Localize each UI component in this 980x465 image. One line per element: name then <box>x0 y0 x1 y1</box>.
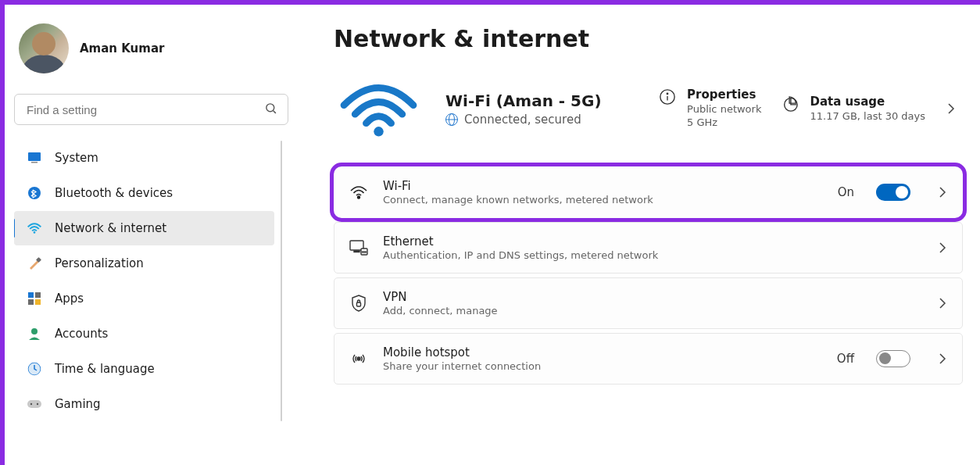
svg-point-27 <box>357 357 360 360</box>
sidebar-item-label: Network & internet <box>55 221 166 235</box>
sidebar-item-label: Time & language <box>55 362 155 376</box>
sidebar-nav: System Bluetooth & devices Network & int… <box>14 141 288 421</box>
page-title: Network & internet <box>334 25 963 52</box>
ethernet-icon <box>349 238 369 258</box>
row-sub: Add, connect, manage <box>383 305 498 317</box>
svg-rect-10 <box>35 299 41 305</box>
svg-rect-8 <box>35 292 41 298</box>
time-icon <box>27 361 42 377</box>
sidebar-item-network[interactable]: Network & internet <box>14 211 274 245</box>
settings-list: Wi-Fi Connect, manage known networks, me… <box>334 166 963 385</box>
search-box[interactable] <box>14 94 288 125</box>
row-title: Ethernet <box>383 234 658 249</box>
wifi-signal-icon <box>334 77 424 140</box>
hotspot-icon <box>349 349 369 369</box>
sidebar-item-system[interactable]: System <box>14 141 274 175</box>
row-hotspot[interactable]: Mobile hotspot Share your internet conne… <box>334 333 963 385</box>
hotspot-toggle[interactable] <box>876 350 910 367</box>
bluetooth-icon <box>27 185 42 201</box>
svg-rect-7 <box>28 292 34 298</box>
profile-name: Aman Kumar <box>80 41 164 55</box>
properties-block[interactable]: Properties Public network 5 GHz <box>659 88 761 130</box>
chevron-right-icon[interactable] <box>937 187 948 198</box>
sidebar-item-accounts[interactable]: Accounts <box>14 317 274 351</box>
chevron-right-icon[interactable] <box>937 298 948 309</box>
row-title: VPN <box>383 290 498 304</box>
gaming-icon <box>27 396 42 412</box>
row-wifi[interactable]: Wi-Fi Connect, manage known networks, me… <box>334 166 963 218</box>
svg-rect-24 <box>354 251 359 252</box>
connection-name: Wi-Fi (Aman - 5G) <box>445 91 602 110</box>
wifi-row-icon <box>349 182 369 202</box>
accounts-icon <box>27 326 42 342</box>
svg-rect-9 <box>28 299 34 305</box>
sidebar-item-label: Apps <box>55 292 84 306</box>
svg-point-5 <box>34 231 36 234</box>
sidebar-item-label: Personalization <box>55 256 144 270</box>
vpn-icon <box>349 293 369 313</box>
svg-rect-14 <box>27 400 41 408</box>
properties-sub: Public network 5 GHz <box>687 103 761 130</box>
chevron-right-icon[interactable] <box>937 242 948 253</box>
svg-point-15 <box>30 403 32 405</box>
svg-rect-26 <box>357 302 361 306</box>
data-usage-title: Data usage <box>810 95 925 109</box>
apps-icon <box>27 291 42 306</box>
svg-rect-2 <box>28 152 41 161</box>
row-vpn[interactable]: VPN Add, connect, manage <box>334 277 963 329</box>
search-icon <box>264 102 277 117</box>
data-usage-block[interactable]: Data usage 11.17 GB, last 30 days <box>781 95 925 123</box>
chevron-right-icon[interactable] <box>946 103 957 114</box>
sidebar-item-apps[interactable]: Apps <box>14 281 274 316</box>
sidebar-item-label: System <box>55 151 98 165</box>
chevron-right-icon[interactable] <box>937 353 948 364</box>
svg-point-0 <box>266 104 274 112</box>
row-sub: Authentication, IP and DNS settings, met… <box>383 249 658 261</box>
sidebar: Aman Kumar System Bluetooth & devices Ne… <box>5 5 298 465</box>
search-input[interactable] <box>25 102 264 117</box>
connection-status-card: Wi-Fi (Aman - 5G) Connected, secured Pro… <box>334 68 963 159</box>
row-title: Mobile hotspot <box>383 345 541 359</box>
data-usage-sub: 11.17 GB, last 30 days <box>810 110 925 123</box>
wifi-toggle[interactable] <box>876 184 910 201</box>
toggle-state-label: On <box>838 185 854 199</box>
sidebar-item-label: Gaming <box>55 397 101 411</box>
avatar <box>19 23 69 73</box>
row-title: Wi-Fi <box>383 179 653 193</box>
svg-point-22 <box>358 196 360 199</box>
globe-icon <box>445 113 458 126</box>
brush-icon <box>27 256 42 271</box>
svg-point-16 <box>37 403 38 405</box>
data-usage-icon <box>781 95 799 113</box>
system-icon <box>27 150 42 166</box>
sidebar-item-gaming[interactable]: Gaming <box>14 387 274 421</box>
sidebar-item-label: Bluetooth & devices <box>55 186 173 200</box>
sidebar-item-label: Accounts <box>55 327 108 341</box>
sidebar-item-time[interactable]: Time & language <box>14 352 274 386</box>
row-sub: Connect, manage known networks, metered … <box>383 194 653 206</box>
main-content: Network & internet Wi-Fi (Aman - 5G) Con… <box>298 5 980 465</box>
row-ethernet[interactable]: Ethernet Authentication, IP and DNS sett… <box>334 222 963 274</box>
profile-block[interactable]: Aman Kumar <box>14 19 288 78</box>
info-icon <box>659 88 676 106</box>
connection-state: Connected, secured <box>445 113 602 127</box>
wifi-icon <box>27 220 42 236</box>
svg-point-17 <box>374 127 383 136</box>
sidebar-item-personalization[interactable]: Personalization <box>14 246 274 281</box>
row-sub: Share your internet connection <box>383 360 541 372</box>
svg-point-11 <box>31 328 38 334</box>
svg-point-20 <box>667 93 667 94</box>
svg-rect-3 <box>31 162 38 163</box>
toggle-state-label: Off <box>837 352 854 366</box>
svg-line-1 <box>274 111 276 113</box>
sidebar-item-bluetooth[interactable]: Bluetooth & devices <box>14 176 274 210</box>
properties-title: Properties <box>687 88 761 102</box>
